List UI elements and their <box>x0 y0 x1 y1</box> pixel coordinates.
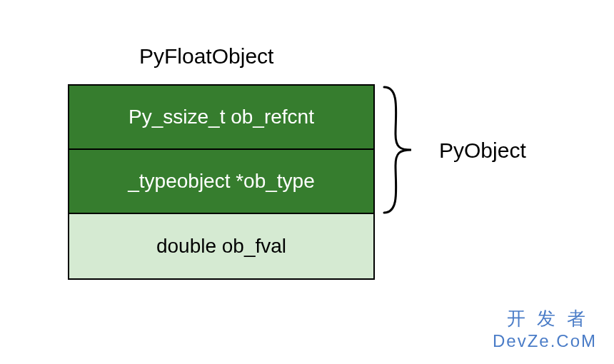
brace-label: PyObject <box>439 138 526 163</box>
brace-icon <box>378 84 428 216</box>
struct-row-obfval: double ob_fval <box>69 214 373 278</box>
field-text: _typeobject *ob_type <box>128 170 315 193</box>
struct-table: Py_ssize_t ob_refcnt _typeobject *ob_typ… <box>68 84 375 280</box>
field-text: Py_ssize_t ob_refcnt <box>129 106 314 128</box>
struct-row-obtype: _typeobject *ob_type <box>69 150 373 214</box>
watermark: 开发者 DevZe.CoM <box>493 306 597 351</box>
struct-row-refcnt: Py_ssize_t ob_refcnt <box>69 86 373 150</box>
field-text: double ob_fval <box>156 235 286 258</box>
watermark-line1: 开发者 <box>493 306 597 331</box>
struct-title: PyFloatObject <box>139 44 273 69</box>
watermark-line2: DevZe.CoM <box>493 331 597 351</box>
